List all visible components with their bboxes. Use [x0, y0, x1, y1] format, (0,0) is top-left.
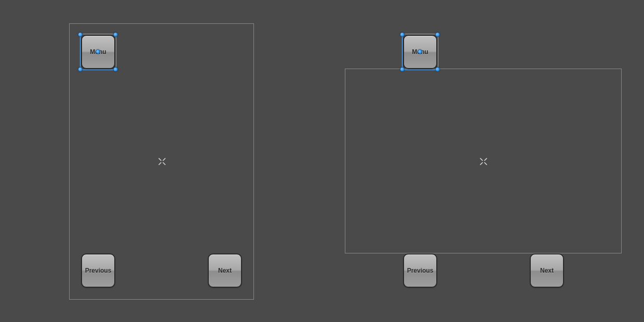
next-button-label: Next: [540, 267, 554, 274]
svg-line-5: [485, 158, 487, 160]
menu-button-label: Menu: [412, 48, 428, 56]
svg-line-2: [159, 163, 161, 165]
previous-button-label: Previous: [407, 267, 434, 274]
svg-line-3: [163, 163, 165, 165]
svg-line-6: [480, 163, 482, 165]
menu-button[interactable]: Menu: [81, 35, 115, 69]
menu-button-label: Menu: [90, 48, 106, 56]
svg-line-1: [163, 158, 165, 160]
panel-center-mark-icon: [156, 156, 168, 167]
menu-button[interactable]: Menu: [403, 35, 437, 69]
previous-button-label: Previous: [85, 267, 112, 274]
next-button[interactable]: Next: [208, 253, 242, 288]
svg-line-4: [480, 158, 482, 160]
svg-line-0: [159, 158, 161, 160]
next-button[interactable]: Next: [530, 253, 564, 288]
panel-center-mark-icon: [478, 156, 489, 167]
next-button-label: Next: [218, 267, 232, 274]
device-canvas-landscape[interactable]: [345, 69, 622, 253]
previous-button[interactable]: Previous: [81, 253, 115, 288]
svg-line-7: [485, 163, 487, 165]
previous-button[interactable]: Previous: [403, 253, 437, 288]
